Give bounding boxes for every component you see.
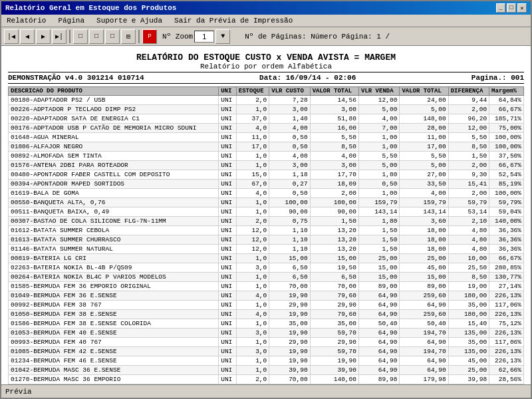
toolbar: |◀ ◀ ▶ ▶| □ □ □ ⊞ P Nº Zoom ▼ Nº de Pági… (1, 27, 531, 46)
table-row: 01619-BALA DE GOMAUNI4,00,502,001,004,00… (9, 189, 524, 198)
table-cell: 85,19% (489, 180, 524, 189)
table-row: 01270-BERMUDA MASC 36 EMPORIOUNI2,070,00… (9, 375, 524, 384)
table-cell: 4,00 (358, 114, 399, 124)
table-cell: 35,00 (269, 319, 310, 329)
table-cell: 36,36% (489, 245, 524, 254)
table-cell: 00992-BERMUDA FEM 38 767 (9, 301, 219, 310)
minimize-button[interactable]: _ (496, 3, 505, 13)
table-row: 00226-ADPTADOR P TECLADO DIMP PS2UNI1,03… (9, 105, 524, 114)
table-cell: 3,0 (236, 263, 269, 273)
table-cell: UNI (219, 161, 237, 170)
table-cell: 8,50 (448, 142, 489, 152)
table-cell: 52,54% (489, 170, 524, 180)
table-cell: 1,0 (236, 282, 269, 291)
table-cell: 17,00 (400, 142, 448, 152)
table-cell: 01049-BERMUDA FEM 36 E.SENSE (9, 291, 219, 301)
table-cell: 25,50 (448, 263, 489, 273)
close-button[interactable]: ✕ (517, 3, 527, 13)
table-cell: 39,90 (310, 366, 358, 375)
table-cell: 36,36% (489, 226, 524, 235)
table-cell: 28,56% (489, 375, 524, 384)
zoom-input[interactable] (194, 31, 214, 43)
menu-relatorio[interactable]: Relatório (4, 16, 49, 25)
table-cell: 6,50 (269, 273, 310, 282)
table-cell: UNI (219, 133, 237, 142)
table-cell: 00550-BANQUETA ALTA, 0,76 (9, 198, 219, 207)
table-cell: 36,36% (489, 235, 524, 245)
table-cell: 2,0 (236, 96, 269, 105)
toolbar-btn-1[interactable]: □ (73, 29, 88, 44)
table-cell: 1,0 (236, 319, 269, 329)
table-cell: 1,0 (236, 152, 269, 161)
table-cell: 9,30 (448, 170, 489, 180)
menu-suporte[interactable]: Suporte e Ajuda (94, 16, 165, 25)
table-cell: 79,60 (310, 291, 358, 301)
table-cell: 00511-BANQUETA BAIXA, 0,49 (9, 207, 219, 217)
table-cell: 259,60 (400, 291, 448, 301)
table-cell: 1,00 (358, 142, 399, 152)
zoom-label: Nº Zoom (162, 33, 193, 41)
table-cell: 8,50 (310, 142, 358, 152)
print-button[interactable]: P (142, 29, 157, 44)
table-cell: 15,40 (448, 319, 489, 329)
table-cell: 140,00 (310, 375, 358, 384)
table-cell: UNI (219, 291, 237, 301)
table-cell: 64,90 (358, 366, 399, 375)
table-cell: 00819-BATERIA LG CRI (9, 254, 219, 263)
table-cell: 10,00 (448, 254, 489, 263)
table-cell: 2,00 (448, 189, 489, 198)
table-cell: UNI (219, 263, 237, 273)
toolbar-btn-2[interactable]: □ (89, 29, 104, 44)
table-cell: 01270-BERMUDA MASC 36 EMPORIO (9, 375, 219, 384)
table-cell: UNI (219, 180, 237, 189)
table-cell: 01806-ALFAJOR NEGRO (9, 142, 219, 152)
table-row: 00992-BERMUDA FEM 38 767UNI1,029,9029,90… (9, 301, 524, 310)
table-cell: 90,00 (310, 207, 358, 217)
table-cell: 25,00 (400, 254, 448, 263)
col-header-uni: UNI (219, 87, 237, 96)
zoom-dropdown-button[interactable]: ▼ (215, 29, 230, 44)
table-cell: 1,18 (269, 170, 310, 180)
table-cell: 00993-BERMUDA FEM 40 767 (9, 338, 219, 347)
table-cell: 7,28 (269, 96, 310, 105)
menu-sair[interactable]: Sair da Prévia de Impressão (172, 16, 295, 25)
table-cell: 64,90 (400, 301, 448, 310)
table-cell: 5,50 (400, 152, 448, 161)
window-title: Relatório Geral em Estoque dos Produtos (5, 4, 176, 12)
table-cell: UNI (219, 329, 237, 338)
table-cell: 1,00 (358, 133, 399, 142)
table-cell: 12,0 (236, 235, 269, 245)
table-cell: 226,13% (489, 329, 524, 338)
col-header-estoque: ESTOQUE (236, 87, 269, 96)
table-cell: 64,90 (400, 356, 448, 366)
table-cell: 5,50 (448, 133, 489, 142)
table-row: 00176-ADPTADOR USB P CATÃO DE MEMORIA MI… (9, 124, 524, 133)
table-cell: 19,00 (448, 282, 489, 291)
table-row: 00307-BASTAO DE COLA SILICONE FLG-7N-11M… (9, 217, 524, 226)
table-cell: 01585-BERMUDA FEM 36 EMPORIO ORIGINAL (9, 282, 219, 291)
table-cell: 2,00 (310, 189, 358, 198)
table-cell: 89,00 (400, 282, 448, 291)
title-bar: Relatório Geral em Estoque dos Produtos … (1, 1, 531, 15)
nav-next-button[interactable]: ▶ (36, 29, 51, 44)
table-cell: 1,0 (236, 273, 269, 282)
nav-prev-button[interactable]: ◀ (20, 29, 35, 44)
table-cell: 70,00 (269, 375, 310, 384)
page-text: Pagina.: 001 (471, 74, 524, 82)
table-cell: 0,50 (269, 189, 310, 198)
table-cell: 143,14 (358, 207, 399, 217)
maximize-button[interactable]: □ (507, 3, 516, 13)
report-table: DESCRICAO DO PRODUTO UNI ESTOQUE VLR CUS… (8, 86, 524, 384)
table-cell: 50,40 (358, 319, 399, 329)
table-cell: 45,00 (400, 263, 448, 273)
table-cell: 12,0 (236, 245, 269, 254)
menu-pagina[interactable]: Página (55, 16, 87, 25)
table-cell: 00180-ADAPTADOR PS2 / USB (9, 96, 219, 105)
table-cell: 259,60 (400, 310, 448, 319)
nav-last-button[interactable]: ▶| (52, 29, 66, 44)
content-area[interactable]: RELATÓRIO DO ESTOQUE CUSTO x VENDA AVIST… (1, 46, 531, 384)
toolbar-btn-4[interactable]: ⊞ (121, 29, 136, 44)
toolbar-btn-3[interactable]: □ (105, 29, 120, 44)
nav-first-button[interactable]: |◀ (4, 29, 19, 44)
table-row: 01053-BERMUDA FEM 40 E.SENSEUNI3,019,905… (9, 329, 524, 338)
